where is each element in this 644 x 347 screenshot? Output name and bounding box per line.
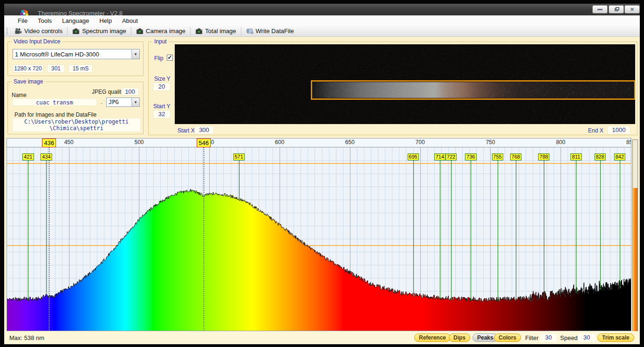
minimize-button[interactable] — [592, 5, 608, 14]
peak-label: 768 — [510, 153, 521, 160]
end-x-input[interactable]: 1000 — [607, 126, 630, 134]
speed-label: Speed — [560, 334, 578, 341]
camera-preview[interactable] — [175, 44, 635, 124]
speed-input[interactable]: 30 — [578, 334, 595, 342]
axis-tick-label: 650 — [345, 139, 355, 146]
path-line-2: \Chimica\spettri — [13, 125, 140, 132]
start-y-label: Start Y — [153, 103, 170, 110]
video-controls-button[interactable]: Video controls — [11, 26, 66, 36]
chevron-down-icon[interactable]: ▼ — [131, 49, 139, 59]
peak-label: 695 — [407, 153, 418, 160]
group-title: Save image — [12, 78, 45, 85]
restore-button[interactable] — [609, 5, 624, 14]
jpeg-quality-label: JPEG quality — [92, 89, 124, 95]
camera-icon — [136, 28, 144, 35]
axis-tick-label: 800 — [556, 139, 565, 146]
flip-checkbox[interactable]: ✓ — [167, 55, 173, 61]
chevron-down-icon[interactable]: ▼ — [131, 98, 139, 106]
format-value: JPG — [107, 99, 131, 105]
reference-line-label[interactable]: 546 — [197, 139, 211, 147]
camera-icon — [72, 28, 80, 35]
reference-button[interactable]: Reference — [414, 333, 451, 342]
axis-tick-label: 850 — [626, 139, 631, 146]
menu-bar: File Tools Language Help About — [4, 15, 640, 26]
toolbar-separator — [190, 27, 191, 35]
filter-label: Filter — [525, 334, 539, 341]
resolution-readout: 1280 x 720 — [13, 64, 43, 73]
path-line-1: C:\Users\rober\Desktop\progetti — [13, 118, 140, 125]
toolbar-separator — [67, 27, 68, 35]
menu-language[interactable]: Language — [57, 15, 94, 26]
tool-label: Total image — [205, 28, 236, 35]
dot-separator: . — [101, 99, 102, 105]
start-x-label: Start X — [178, 127, 195, 134]
wavelength-axis: 450500550600650700750800850 — [7, 139, 631, 147]
jpeg-quality-input[interactable]: 100 — [121, 88, 139, 96]
toolbar-grip[interactable] — [6, 28, 8, 35]
menu-about[interactable]: About — [117, 15, 143, 26]
path-readout: C:\Users\rober\Desktop\progetti \Chimica… — [12, 118, 141, 132]
toolbar-separator — [241, 27, 241, 35]
spectrum-image-button[interactable]: Spectrum image — [69, 26, 130, 36]
tool-label: Camera image — [146, 28, 185, 35]
size-y-label: Size Y — [154, 76, 170, 82]
toolbar: Video controls Spectrum image Camera ima… — [4, 26, 640, 37]
format-select[interactable]: JPG ▼ — [106, 97, 140, 107]
max-wavelength-readout: Max: 538 nm — [9, 334, 44, 341]
start-y-input[interactable]: 32 — [153, 110, 171, 118]
reference-line-label[interactable]: 436 — [42, 139, 56, 147]
axis-tick-label: 700 — [416, 139, 425, 146]
peak-label: 571 — [233, 153, 244, 160]
video-device-select[interactable]: 1 Microsoft® LifeCam HD-3000 ▼ — [13, 49, 140, 59]
peak-label: 421 — [22, 153, 34, 160]
filter-input[interactable]: 30 — [540, 334, 557, 342]
axis-tick-label: 600 — [275, 139, 284, 146]
title-bar: Theremino Spectrometer - V2.8 — [4, 4, 640, 15]
close-button[interactable]: ✕ — [624, 5, 640, 14]
tool-label: Write DataFile — [256, 28, 294, 35]
dips-button[interactable]: Dips — [449, 333, 470, 342]
peak-label: 714 — [434, 153, 445, 160]
peak-label: 842 — [614, 153, 625, 160]
axis-tick-label: 750 — [486, 139, 495, 146]
size-y-input[interactable]: 20 — [153, 83, 171, 91]
tool-label: Video controls — [24, 28, 62, 35]
toolbar-separator — [131, 27, 131, 35]
status-bar: Max: 538 nm Reference Dips Peaks Colors … — [4, 331, 640, 344]
group-title: Video Input Device — [12, 38, 62, 45]
end-x-label: End X — [588, 127, 603, 134]
peak-label: 811 — [571, 153, 582, 160]
spectrum-plot[interactable] — [7, 147, 631, 331]
total-image-button[interactable]: Total image — [192, 26, 240, 36]
tool-label: Spectrum image — [82, 28, 126, 35]
menu-help[interactable]: Help — [94, 15, 117, 26]
axis-tick-label: 500 — [134, 139, 144, 146]
peak-label: 736 — [465, 153, 476, 160]
peak-label: 755 — [492, 153, 503, 160]
peak-label: 722 — [445, 153, 457, 160]
peak-label: 434 — [41, 153, 52, 160]
level-meter — [632, 139, 638, 341]
trim-scale-button[interactable]: Trim scale — [597, 333, 634, 342]
level-meter-fill — [633, 188, 637, 341]
spectrum-chart[interactable]: 450500550600650700750800850 436546421434… — [7, 138, 631, 331]
peak-label: 828 — [594, 153, 605, 160]
peak-label: 788 — [538, 153, 549, 160]
video-device-value: 1 Microsoft® LifeCam HD-3000 — [13, 51, 131, 58]
colors-button[interactable]: Colors — [494, 333, 521, 342]
camera-image-button[interactable]: Camera image — [132, 26, 189, 36]
scroll-icon — [246, 28, 253, 35]
frames-readout: 301 — [47, 64, 65, 73]
exposure-readout: 15 mS — [69, 64, 93, 73]
write-datafile-button[interactable]: Write DataFile — [242, 26, 298, 36]
start-x-input[interactable]: 300 — [194, 126, 214, 134]
path-label: Path for Images and the DataFile — [14, 111, 96, 118]
image-name-input[interactable]: cuac transm — [12, 98, 97, 106]
axis-tick-label: 450 — [64, 139, 74, 146]
menu-file[interactable]: File — [13, 15, 33, 26]
menu-tools[interactable]: Tools — [33, 15, 57, 26]
flip-label: Flip — [154, 55, 163, 62]
camera-icon — [195, 28, 203, 35]
video-camera-icon — [14, 28, 22, 35]
group-title: Input — [152, 38, 169, 45]
